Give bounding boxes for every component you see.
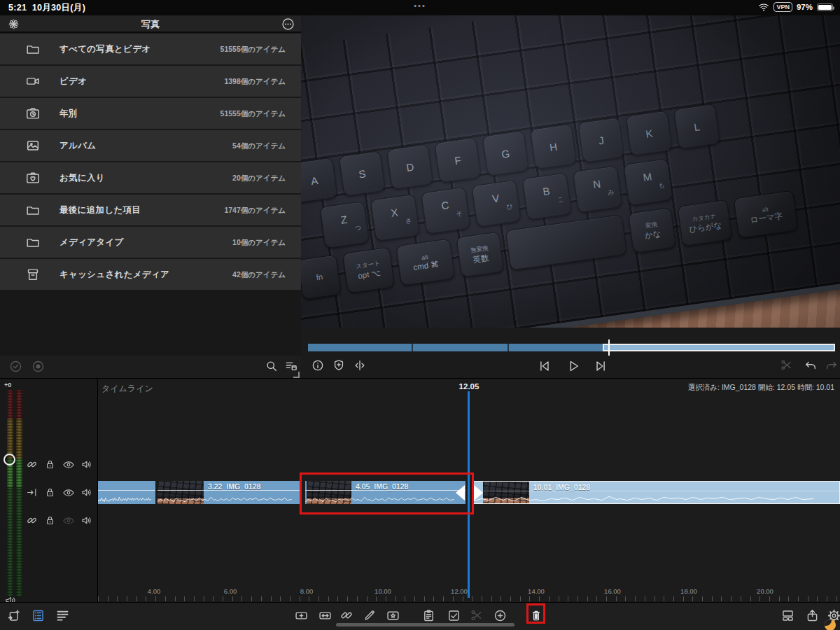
timeline-view-icon[interactable] [55,608,70,623]
library-item-count: 20個のアイテム [232,174,286,183]
library-item-videos[interactable]: ビデオ 1398個のアイテム [0,66,301,97]
play-icon[interactable] [566,358,581,374]
add-marker-icon[interactable] [332,358,346,372]
folder-icon [25,202,41,218]
add-plus-icon[interactable] [493,608,507,623]
track2-mute-icon[interactable] [80,486,92,498]
record-icon[interactable] [31,359,46,374]
select-checkbox-icon[interactable] [447,608,461,623]
split-scissors-icon[interactable] [470,608,484,622]
library-item-label: キャッシュされたメディア [59,269,169,281]
timeline-clip-3-selected[interactable]: 10.01 IMG_0128 [473,481,840,504]
scrubber-playhead[interactable] [608,340,610,356]
layout-icon[interactable] [780,608,795,623]
library-item-label: メディアタイプ [59,237,124,248]
library-item-label: 最後に追加した項目 [59,204,141,216]
library-item-label: アルバム [59,140,96,152]
library-item-media-types[interactable]: メディアタイプ 10個のアイテム [0,227,301,258]
library-item-all-photos[interactable]: すべての写真とビデオ 51555個のアイテム [0,34,301,64]
track3-mute-icon[interactable] [80,514,92,526]
next-frame-icon[interactable] [594,358,609,374]
library-item-label: お気に入り [59,172,105,184]
library-item-favorites[interactable]: お気に入り 20個のアイテム [0,162,301,193]
time-ruler[interactable]: 4.00 6.00 8.00 10.00 12.00 14.00 16.00 1… [0,587,840,596]
track-header-panel: +0 [0,379,98,603]
tutorial-moon-badge [825,620,836,630]
previous-frame-icon[interactable] [536,358,552,374]
panel-resize-grip[interactable] [293,372,300,378]
albums-icon [25,138,41,153]
search-icon[interactable] [265,359,279,373]
volume-knob[interactable] [4,454,15,465]
track3-visibility-icon[interactable] [62,514,75,527]
insert-clip-icon[interactable] [294,608,309,623]
camera-clock-icon [25,106,41,121]
folder-icon [25,41,41,57]
library-header: 写真 [0,15,301,33]
auto-cut-icon[interactable] [780,358,793,372]
preview-scrubber[interactable] [308,344,835,351]
scrubber-clip-divider [412,344,413,351]
library-item-albums[interactable]: アルバム 54個のアイテム [0,130,301,161]
trim-mode-icon[interactable] [353,358,367,372]
library-item-label: すべての写真とビデオ [59,43,150,55]
library-title: 写真 [0,18,301,31]
bottom-toolbar [0,602,840,630]
timeline-horizontal-scrollbar[interactable] [336,623,514,626]
library-item-count: 1398個のアイテム [224,77,286,87]
app-screen: 5:21 10月30日(月) ••• VPN 97% 写真 すべての写真とビデオ… [0,0,840,630]
playhead-timecode: 12.05 [451,382,487,391]
trim-handle-left[interactable] [474,485,483,500]
status-bar: 5:21 10月30日(月) ••• VPN 97% [0,0,840,15]
battery-percent: 97% [797,3,813,11]
track1-link-icon[interactable] [26,458,38,470]
library-item-count: 1747個のアイテム [224,206,286,216]
library-item-recently-added[interactable]: 最後に追加した項目 1747個のアイテム [0,195,301,225]
track2-visibility-icon[interactable] [62,486,75,499]
clip-info-icon[interactable] [311,358,325,372]
camera-heart-icon [25,170,41,186]
annotation-red-box-trash [526,603,545,624]
library-item-cached-media[interactable]: キャッシュされたメディア 42個のアイテム [0,259,301,290]
scrubber-clip-divider [507,344,509,351]
archive-box-icon [25,267,41,282]
multi-select-icon[interactable] [8,359,23,374]
track1-visibility-icon[interactable] [62,458,75,471]
track3-link-icon[interactable] [26,514,38,526]
timeline-clip-partial[interactable] [98,481,155,504]
library-item-count: 51555個のアイテム [220,45,286,55]
track1-mute-icon[interactable] [80,458,92,470]
battery-icon [817,4,833,11]
library-item-years[interactable]: 年別 51555個のアイテム [0,98,301,129]
track2-lock-icon[interactable] [44,486,56,498]
link-clips-icon[interactable] [340,608,354,622]
timeline-clip-1[interactable]: 3.22 IMG_0128 [158,481,302,504]
sort-filter-icon[interactable] [284,359,298,373]
effects-star-icon[interactable] [386,608,400,623]
keyboard-photo: logi A S D F G H J K L Zつ Xさ Cそ Vひ Bこ Nみ… [301,15,840,328]
library-item-label: 年別 [59,108,78,120]
edit-pencil-icon[interactable] [363,608,377,622]
library-panel: 写真 すべての写真とビデオ 51555個のアイテム ビデオ 1398個のアイテム… [0,15,301,378]
more-options-icon[interactable] [281,17,295,31]
overwrite-clip-icon[interactable] [318,608,332,623]
timeline-panel: タイムライン 12.05 選択済み: IMG_0128 開始: 12.05 時間… [0,378,840,602]
audio-meter-left [7,390,13,597]
multitask-dots-icon[interactable]: ••• [0,1,840,10]
library-bottom-bar [0,356,301,378]
library-view-icon[interactable] [31,608,46,623]
track1-lock-icon[interactable] [44,458,56,470]
redo-icon[interactable] [825,358,839,372]
undo-icon[interactable] [804,358,818,372]
share-export-icon[interactable] [805,608,820,623]
clipboard-icon[interactable] [421,608,436,623]
audio-meter-right [16,390,22,597]
track3-lock-icon[interactable] [44,514,56,526]
vpn-badge: VPN [774,2,792,12]
video-camera-icon [25,74,41,89]
track2-overwrite-icon[interactable] [26,486,38,498]
annotation-red-box-clip [300,472,474,514]
library-item-count: 51555個のアイテム [220,109,286,119]
timeline-label: タイムライン [102,383,153,395]
import-media-icon[interactable] [7,608,22,623]
